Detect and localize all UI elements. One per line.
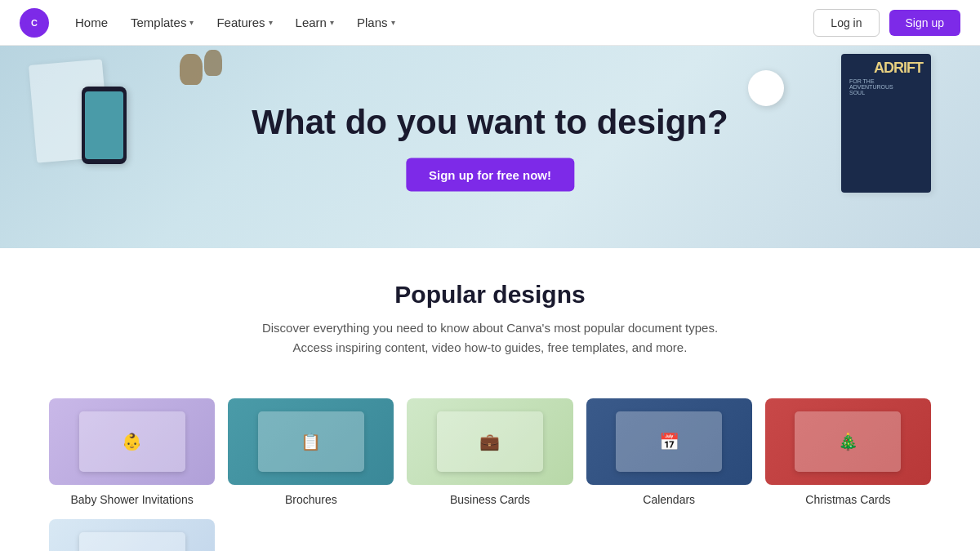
- design-card-business-cards[interactable]: 💼Business Cards: [407, 398, 572, 506]
- design-thumb-baby-shower: 👶: [49, 398, 215, 485]
- learn-chevron-icon: ▾: [330, 18, 334, 27]
- nav-home[interactable]: Home: [65, 9, 118, 36]
- nav-features[interactable]: Features ▾: [207, 9, 282, 36]
- design-thumb-business-cards: 💼: [407, 398, 572, 485]
- nav-learn[interactable]: Learn ▾: [286, 9, 344, 36]
- design-label-calendars: Calendars: [643, 493, 695, 506]
- signup-button[interactable]: Sign up: [889, 10, 960, 36]
- popular-description: Discover everything you need to know abo…: [245, 318, 735, 358]
- canva-logo[interactable]: C: [20, 8, 49, 38]
- nav-plans[interactable]: Plans ▾: [347, 9, 405, 36]
- hero-content: What do you want to design? Sign up for …: [252, 103, 728, 192]
- design-thumb-facebook: 💻: [49, 519, 215, 551]
- design-thumb-christmas-cards: 🎄: [765, 398, 931, 485]
- nav-links: Home Templates ▾ Features ▾ Learn ▾ Plan…: [65, 9, 813, 36]
- design-label-business-cards: Business Cards: [450, 493, 530, 506]
- design-card-brochures[interactable]: 📋Brochures: [228, 398, 394, 506]
- hero-section: ✂ ADRIFT FOR THEADVENTUROUSSOUL What do …: [0, 46, 980, 248]
- nav-templates[interactable]: Templates ▾: [121, 9, 203, 36]
- navbar: C Home Templates ▾ Features ▾ Learn ▾ Pl…: [0, 0, 980, 46]
- design-label-christmas-cards: Christmas Cards: [805, 493, 890, 506]
- design-thumb-brochures: 📋: [228, 398, 394, 485]
- plans-chevron-icon: ▾: [391, 18, 395, 27]
- hero-cta-button[interactable]: Sign up for free now!: [406, 158, 574, 192]
- design-card-baby-shower[interactable]: 👶Baby Shower Invitations: [49, 398, 215, 506]
- design-card-facebook[interactable]: 💻Facebook: [49, 519, 215, 551]
- svg-text:C: C: [31, 17, 38, 27]
- features-chevron-icon: ▾: [269, 18, 273, 27]
- design-label-brochures: Brochures: [285, 493, 337, 506]
- nav-actions: Log in Sign up: [813, 9, 960, 37]
- popular-section: Popular designs Discover everything you …: [0, 248, 980, 398]
- design-card-christmas-cards[interactable]: 🎄Christmas Cards: [765, 398, 931, 506]
- templates-chevron-icon: ▾: [189, 18, 194, 27]
- hero-title: What do you want to design?: [252, 103, 728, 142]
- design-thumb-calendars: 📅: [586, 398, 752, 485]
- design-label-baby-shower: Baby Shower Invitations: [70, 493, 193, 506]
- design-grid-row1: 👶Baby Shower Invitations📋Brochures💼Busin…: [0, 398, 980, 551]
- login-button[interactable]: Log in: [813, 9, 879, 37]
- design-card-calendars[interactable]: 📅Calendars: [586, 398, 752, 506]
- popular-title: Popular designs: [59, 281, 921, 309]
